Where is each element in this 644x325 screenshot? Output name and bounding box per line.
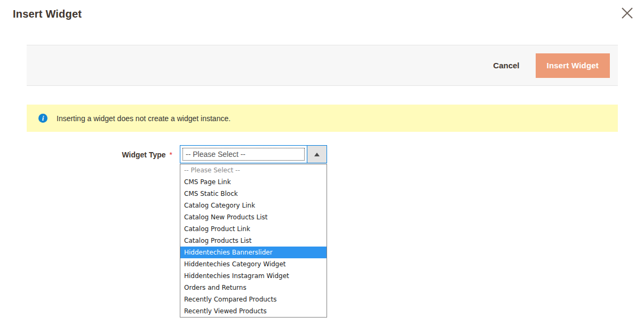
widget-type-select-display[interactable]: -- Please Select -- <box>180 146 307 163</box>
dropdown-option[interactable]: Catalog New Products List <box>180 211 327 223</box>
required-asterisk: * <box>170 150 172 159</box>
close-button[interactable] <box>619 6 634 21</box>
widget-type-select[interactable]: -- Please Select -- <box>180 145 327 163</box>
notice-banner: i Inserting a widget does not create a w… <box>27 105 618 132</box>
insert-widget-button[interactable]: Insert Widget <box>536 53 610 78</box>
select-dropdown-toggle[interactable] <box>307 146 327 163</box>
cancel-button[interactable]: Cancel <box>493 61 519 70</box>
dropdown-option[interactable]: Recently Viewed Products <box>180 305 327 317</box>
chevron-up-icon <box>314 153 320 156</box>
dropdown-option[interactable]: Hiddentechies Bannerslider <box>180 247 327 258</box>
dropdown-option[interactable]: Hiddentechies Category Widget <box>180 258 327 270</box>
widget-type-selected-value: -- Please Select -- <box>183 148 304 160</box>
dropdown-option[interactable]: CMS Page Link <box>180 176 327 188</box>
close-icon <box>621 6 634 21</box>
dropdown-option[interactable]: Orders and Returns <box>180 282 327 294</box>
dropdown-option[interactable]: -- Please Select -- <box>180 164 327 176</box>
widget-type-dropdown-list: -- Please Select --CMS Page LinkCMS Stat… <box>180 164 327 318</box>
dropdown-option[interactable]: CMS Static Block <box>180 188 327 200</box>
modal-action-toolbar: Cancel Insert Widget <box>27 45 618 86</box>
dropdown-option[interactable]: Recently Compared Products <box>180 294 327 305</box>
info-icon: i <box>38 114 47 123</box>
widget-type-label-row: Widget Type* <box>0 150 172 159</box>
dropdown-option[interactable]: Catalog Products List <box>180 235 327 247</box>
widget-type-label: Widget Type <box>122 150 165 159</box>
dropdown-option[interactable]: Catalog Category Link <box>180 200 327 211</box>
notice-text: Inserting a widget does not create a wid… <box>57 114 230 123</box>
page-title: Insert Widget <box>13 8 82 20</box>
dropdown-option[interactable]: Hiddentechies Instagram Widget <box>180 270 327 282</box>
dropdown-option[interactable]: Catalog Product Link <box>180 223 327 235</box>
